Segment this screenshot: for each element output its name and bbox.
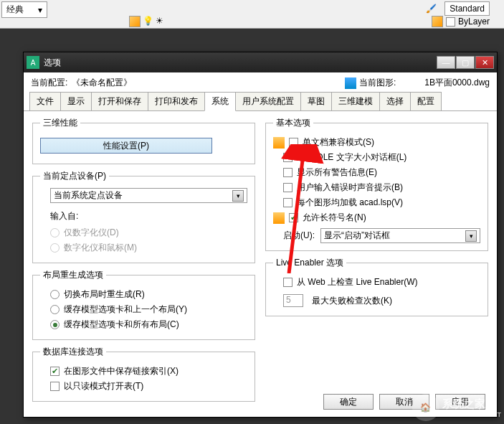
regen-legend: 布局重生成选项 [40,269,106,281]
perf-button-label: 性能设置(P) [103,140,149,152]
max-fail-label: 最大失败检查次数(K) [312,295,392,307]
basic-legend: 基本选项 [273,117,313,129]
check-live-enabler[interactable] [283,278,293,287]
launch-value: 显示“启动”对话框 [324,230,390,242]
drawing-icon [345,77,356,89]
dialog-titlebar[interactable]: A 选项 — ▢ ✕ [24,52,497,72]
check-sdi[interactable] [289,138,298,147]
tab-print-publish[interactable]: 打印和发布 [148,92,205,110]
db-group: 数据库连接选项 在图形文件中保存链接索引(X) 以只读模式打开表(T) [32,346,255,402]
radio-cache-last[interactable] [50,305,60,314]
current-drawing-value: 1B平面0000.dwg [424,77,490,89]
radio-digitizer-label: 仅数字化仪(D) [64,227,119,239]
minimize-button[interactable]: — [437,56,455,69]
watermark-logo-icon: 🏠 [412,394,439,421]
radio-both-label: 数字化仪和鼠标(M) [64,242,137,254]
tab-strip: 文件 显示 打开和保存 打印和发布 系统 用户系统配置 草图 三维建模 选择 配… [24,92,497,111]
perf-legend: 三维性能 [40,117,80,129]
lightbulb-icon[interactable]: 💡 [143,16,153,27]
check-readonly-tables[interactable] [50,382,60,391]
c-ole-label: 显示 OLE 文字大小对话框(L) [297,151,406,164]
chevron-down-icon: ▾ [38,5,42,15]
regen-r2-label: 缓存模型选项卡和上一个布局(Y) [64,303,187,316]
chevron-down-icon: ▾ [232,190,244,202]
check-acadlsp[interactable] [283,198,293,207]
pointing-device-select[interactable]: 当前系统定点设备 ▾ [50,188,247,203]
live-enabler-group: Live Enabler 选项 从 Web 上检查 Live Enabler(W… [265,257,488,316]
current-profile-label: 当前配置: [31,77,67,89]
db-legend: 数据库连接选项 [40,346,106,358]
c-acadlsp-label: 每个图形均加载 acad.lsp(V) [297,197,403,209]
input-from-label: 输入自: [40,207,247,225]
watermark: 🏠 系统之家 XITONGZHIJIA.NET [412,394,501,421]
tab-3d-modeling[interactable]: 三维建模 [331,92,380,110]
pointing-group: 当前定点设备(P) 当前系统定点设备 ▾ 输入自: 仅数字化仪(D) 数字化仪和… [32,170,255,263]
dialog-title: 选项 [44,57,437,69]
tab-files[interactable]: 文件 [29,92,61,110]
toolbar-icon[interactable] [129,16,141,27]
lamp-toolbar: 💡 ☀ [129,16,163,27]
live-legend: Live Enabler 选项 [273,257,346,269]
layer-style-dropdown[interactable]: 经典 ▾ [1,1,47,18]
radio-digitizer-mouse [50,243,60,253]
watermark-url: XITONGZHIJIA.NET [442,411,501,418]
db-c1-label: 在图形文件中保存链接索引(X) [64,365,179,377]
check-beep[interactable] [283,183,293,192]
bylayer-control: ByLayer [432,16,490,27]
tab-drafting[interactable]: 草图 [300,92,332,110]
launch-select[interactable]: 显示“启动”对话框 ▾ [320,228,480,243]
perf-group: 三维性能 性能设置(P) [32,117,255,164]
check-long-names[interactable] [289,213,298,222]
max-fail-input[interactable]: 5 [283,294,303,307]
tab-display[interactable]: 显示 [60,92,92,110]
maximize-button[interactable]: ▢ [456,56,475,69]
launch-label: 启动(U): [283,230,315,242]
options-dialog: A 选项 — ▢ ✕ 当前配置: 《未命名配置》 当前图形: 1B平面0000.… [23,52,498,418]
bylayer-label: ByLayer [458,17,490,27]
c-beep-label: 用户输入错误时声音提示(B) [297,182,403,194]
c-longnames-label: 允许长符号名(N) [303,212,366,224]
c-alerts-label: 显示所有警告信息(E) [297,166,377,179]
radio-digitizer-only [50,228,60,237]
profile-header: 当前配置: 《未命名配置》 当前图形: 1B平面0000.dwg [24,72,497,92]
regen-group: 布局重生成选项 切换布局时重生成(R) 缓存模型选项卡和上一个布局(Y) 缓存模… [32,269,255,340]
ok-button[interactable]: 确定 [323,394,374,410]
tab-selection[interactable]: 选择 [379,92,411,110]
basic-options-group: 基本选项 单文档兼容模式(S) 显示 OLE 文字大小对话框(L) 显示所有警告… [265,117,488,251]
tab-profiles[interactable]: 配置 [410,92,442,110]
pointing-legend: 当前定点设备(P) [40,170,109,182]
tab-system[interactable]: 系统 [204,92,236,111]
background-toolbar: 经典 ▾ 🖌️ Standard 💡 ☀ ByLayer [0,0,504,29]
c-sdi-label: 单文档兼容模式(S) [303,136,374,149]
perf-settings-button[interactable]: 性能设置(P) [40,138,212,154]
radio-cache-all[interactable] [50,320,60,329]
paint-brush-icon[interactable]: 🖌️ [423,1,439,16]
layer-style-value: 经典 [6,4,24,16]
standard-dropdown[interactable]: Standard [444,1,490,16]
chevron-down-icon: ▾ [465,230,477,242]
pointing-device-value: 当前系统定点设备 [54,189,123,202]
radio-regen-switch[interactable] [50,290,60,299]
tab-open-save[interactable]: 打开和保存 [91,92,148,110]
standard-value: Standard [450,4,485,14]
legacy-icon [273,137,285,149]
bylayer-checkbox[interactable] [446,17,455,27]
toolbar-icon[interactable] [432,16,443,27]
current-profile-value: 《未命名配置》 [72,77,132,89]
check-ole-size[interactable] [283,153,293,162]
legacy-icon [273,212,285,224]
db-c2-label: 以只读模式打开表(T) [64,380,143,392]
close-button[interactable]: ✕ [475,56,494,69]
regen-r1-label: 切换布局时重生成(R) [64,288,145,301]
app-icon: A [27,56,39,69]
tab-user-pref[interactable]: 用户系统配置 [235,92,301,110]
check-store-link-index[interactable] [50,367,60,376]
regen-r3-label: 缓存模型选项卡和所有布局(C) [64,319,179,331]
sun-icon[interactable]: ☀ [156,16,163,27]
watermark-text: 系统之家 [442,397,501,411]
check-all-alerts[interactable] [283,168,293,177]
current-drawing-label: 当前图形: [359,77,396,89]
live-check-label: 从 Web 上检查 Live Enabler(W) [297,276,418,288]
